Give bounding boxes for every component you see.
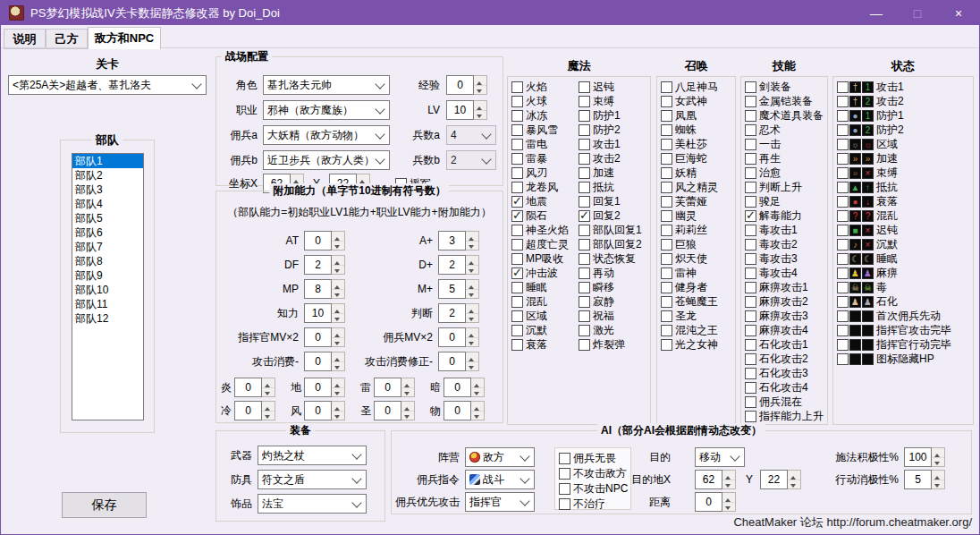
checkbox[interactable] — [745, 81, 756, 93]
dest-x-value[interactable]: 62 — [695, 470, 722, 489]
skill-option[interactable]: 石化攻击3 — [745, 366, 824, 380]
element-value[interactable]: 0 — [234, 378, 262, 397]
magic-option[interactable]: 炸裂弹 — [579, 337, 642, 352]
checkbox[interactable] — [745, 310, 756, 322]
ability-spinner[interactable]: 2 — [438, 303, 479, 323]
checkbox[interactable] — [511, 81, 523, 93]
skill-option[interactable]: 判断上升 — [745, 180, 824, 194]
skill-option[interactable]: 石化攻击2 — [745, 352, 824, 366]
skill-option[interactable]: 剑装备 — [745, 80, 824, 94]
checkbox[interactable] — [745, 253, 756, 265]
checkbox[interactable] — [511, 310, 523, 322]
checkbox[interactable] — [745, 411, 756, 422]
checkbox[interactable] — [661, 325, 672, 336]
magic-option[interactable]: 混乱 — [511, 294, 569, 309]
skill-option[interactable]: 忍术 — [745, 123, 824, 137]
element-value[interactable]: 0 — [444, 378, 471, 397]
skill-option[interactable]: 骏足 — [745, 194, 824, 208]
checkbox[interactable] — [837, 296, 849, 308]
checkbox[interactable] — [511, 96, 523, 107]
checkbox[interactable] — [579, 325, 590, 336]
checkbox[interactable] — [745, 182, 756, 193]
skill-option[interactable]: 解毒能力 — [745, 208, 824, 223]
class-combo[interactable]: 邪神（敌方魔族） — [263, 100, 390, 120]
checkbox[interactable] — [579, 153, 590, 165]
spin-down-icon[interactable] — [401, 411, 414, 420]
checkbox[interactable] — [745, 124, 756, 136]
troop-list-item[interactable]: 部队9 — [72, 268, 143, 283]
skill-option[interactable]: 毒攻击4 — [745, 266, 824, 280]
checkbox[interactable] — [745, 239, 756, 251]
spin-down-icon[interactable] — [471, 387, 484, 397]
checkbox[interactable] — [745, 268, 756, 279]
checkbox[interactable] — [511, 325, 523, 336]
spinner-buttons[interactable] — [262, 401, 275, 420]
skill-option[interactable]: 一击 — [745, 137, 824, 151]
spin-up-icon[interactable] — [471, 378, 484, 387]
spin-up-icon[interactable] — [932, 448, 944, 457]
troop-list-item[interactable]: 部队2 — [72, 168, 143, 183]
troop-list-item[interactable]: 部队4 — [72, 197, 143, 211]
checkbox[interactable] — [511, 225, 523, 236]
spinner-buttons[interactable] — [332, 279, 345, 299]
status-option[interactable]: 指挥官攻击完毕 — [837, 323, 951, 337]
checkbox[interactable] — [745, 139, 756, 150]
spinner-buttons[interactable] — [932, 447, 945, 467]
checkbox[interactable] — [661, 153, 672, 165]
status-option[interactable]: ■ × 迟钝 — [837, 223, 951, 237]
spin-up-icon[interactable] — [466, 328, 478, 337]
status-option[interactable]: 首次佣兵先动 — [837, 309, 951, 323]
order-combo[interactable]: 战斗 — [465, 470, 535, 489]
checkbox[interactable] — [745, 382, 756, 394]
magic-option[interactable]: 神圣火焰 — [511, 223, 569, 237]
summon-option[interactable]: 圣龙 — [661, 309, 718, 323]
status-option[interactable]: ? ? 混乱 — [837, 208, 951, 223]
element-value[interactable]: 0 — [304, 401, 332, 420]
spin-down-icon[interactable] — [332, 337, 344, 347]
checkbox[interactable] — [511, 296, 523, 308]
element-value[interactable]: 0 — [234, 401, 262, 420]
ability-value[interactable]: 2 — [304, 255, 332, 275]
checkbox[interactable] — [745, 296, 756, 308]
checkbox[interactable] — [837, 96, 849, 107]
spin-down-icon[interactable] — [788, 480, 800, 489]
magic-option[interactable]: 龙卷风 — [511, 180, 569, 194]
spin-down-icon[interactable] — [332, 361, 344, 371]
spin-up-icon[interactable] — [466, 256, 478, 265]
checkbox[interactable] — [745, 325, 756, 336]
passive-spinner[interactable]: 5 — [904, 470, 945, 489]
spin-down-icon[interactable] — [471, 411, 484, 420]
minimize-button[interactable]: — — [856, 1, 897, 25]
checkbox[interactable] — [837, 253, 849, 265]
ability-value[interactable]: 8 — [304, 279, 332, 299]
spin-down-icon[interactable] — [332, 313, 344, 323]
skill-option[interactable]: 金属铠装备 — [745, 94, 824, 108]
checkbox[interactable] — [559, 498, 570, 510]
spin-up-icon[interactable] — [932, 471, 944, 480]
magic-option[interactable]: 风刃 — [511, 166, 569, 180]
status-option[interactable]: 图标隐藏HP — [837, 352, 951, 366]
magic-option[interactable]: 迟钝 — [579, 80, 642, 94]
summon-option[interactable]: 芙蕾娅 — [661, 194, 718, 208]
exp-spinner[interactable]: 0 — [446, 75, 487, 95]
magic-option[interactable]: 攻击2 — [579, 151, 642, 166]
checkbox[interactable] — [579, 139, 590, 150]
element-value[interactable]: 0 — [304, 378, 332, 397]
checkbox[interactable] — [837, 167, 849, 179]
spin-up-icon[interactable] — [466, 304, 478, 313]
role-combo[interactable]: 基扎洛夫元帅 — [263, 75, 390, 95]
checkbox[interactable] — [661, 196, 672, 208]
spin-down-icon[interactable] — [262, 387, 275, 397]
spin-up-icon[interactable] — [788, 471, 800, 480]
spinner-buttons[interactable] — [466, 255, 479, 275]
checkbox[interactable] — [661, 268, 672, 279]
spin-down-icon[interactable] — [332, 289, 344, 299]
magic-option[interactable]: 火焰 — [511, 80, 569, 94]
summon-option[interactable]: 雷神 — [661, 266, 718, 280]
spinner-buttons[interactable] — [466, 279, 479, 299]
magic-option[interactable]: 部队回复1 — [579, 223, 642, 237]
status-option[interactable]: 指挥官行动完毕 — [837, 337, 951, 352]
troop-list-item[interactable]: 部队3 — [72, 183, 143, 197]
cast-value[interactable]: 100 — [904, 447, 932, 467]
summon-option[interactable]: 莉莉丝 — [661, 223, 718, 237]
